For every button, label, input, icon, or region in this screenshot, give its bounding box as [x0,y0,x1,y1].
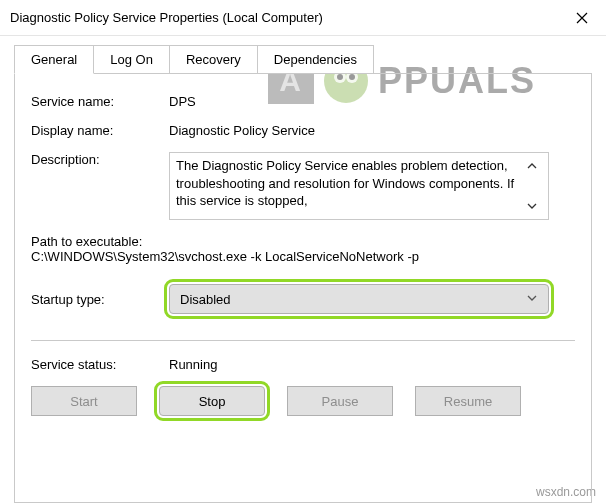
tab-recovery[interactable]: Recovery [169,45,258,74]
row-description: Description: The Diagnostic Policy Servi… [31,152,575,220]
label-service-name: Service name: [31,94,169,109]
label-display-name: Display name: [31,123,169,138]
divider [31,340,575,341]
row-service-name: Service name: DPS [31,94,575,109]
description-box: The Diagnostic Policy Service enables pr… [169,152,549,220]
startup-type-value: Disabled [180,292,231,307]
label-path: Path to executable: [31,234,575,249]
label-startup-type: Startup type: [31,292,169,307]
tab-general[interactable]: General [14,45,94,74]
startup-type-select[interactable]: Disabled [169,284,549,314]
tabstrip: General Log On Recovery Dependencies [14,45,592,74]
row-path: Path to executable: C:\WINDOWS\System32\… [31,234,575,264]
row-display-name: Display name: Diagnostic Policy Service [31,123,575,138]
window-title: Diagnostic Policy Service Properties (Lo… [10,10,323,25]
row-startup-type: Startup type: Disabled [31,284,575,314]
close-icon [576,12,588,24]
titlebar: Diagnostic Policy Service Properties (Lo… [0,0,606,36]
scroll-down-button[interactable] [525,199,539,213]
value-service-status: Running [169,357,575,372]
chevron-down-icon [527,201,537,211]
row-service-status: Service status: Running [31,357,575,372]
tab-logon[interactable]: Log On [93,45,170,74]
resume-button: Resume [415,386,521,416]
value-display-name: Diagnostic Policy Service [169,123,575,138]
description-scrollbar[interactable] [522,157,542,215]
value-description: The Diagnostic Policy Service enables pr… [176,157,522,215]
tab-dependencies[interactable]: Dependencies [257,45,374,74]
start-button: Start [31,386,137,416]
value-service-name: DPS [169,94,575,109]
tabs-container: General Log On Recovery Dependencies Ser… [0,36,606,503]
chevron-down-icon [526,292,538,307]
stop-button[interactable]: Stop [159,386,265,416]
close-button[interactable] [558,0,606,36]
pause-button: Pause [287,386,393,416]
label-service-status: Service status: [31,357,169,372]
chevron-up-icon [527,161,537,171]
service-control-buttons: Start Stop Pause Resume [31,386,575,416]
value-path: C:\WINDOWS\System32\svchost.exe -k Local… [31,249,575,264]
tab-panel-general: Service name: DPS Display name: Diagnost… [14,73,592,503]
scroll-up-button[interactable] [525,159,539,173]
label-description: Description: [31,152,169,167]
